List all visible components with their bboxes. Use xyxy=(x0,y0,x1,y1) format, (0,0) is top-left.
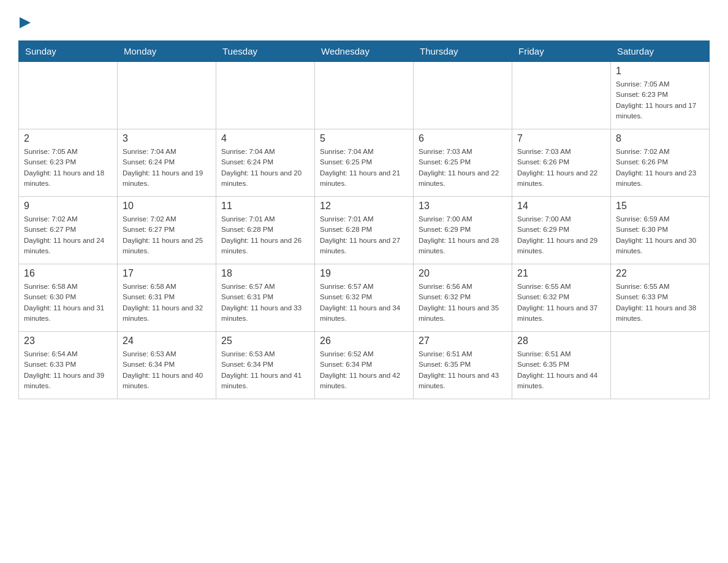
calendar-cell xyxy=(315,62,414,129)
day-number: 18 xyxy=(221,268,309,279)
day-info: Sunrise: 7:03 AMSunset: 6:25 PMDaylight:… xyxy=(419,147,507,189)
day-number: 4 xyxy=(221,133,309,144)
calendar-cell xyxy=(216,62,315,129)
calendar-cell: 11Sunrise: 7:01 AMSunset: 6:28 PMDayligh… xyxy=(216,197,315,264)
day-info: Sunrise: 6:52 AMSunset: 6:34 PMDaylight:… xyxy=(320,349,408,391)
day-info: Sunrise: 7:01 AMSunset: 6:28 PMDaylight:… xyxy=(221,214,309,256)
calendar-cell: 17Sunrise: 6:58 AMSunset: 6:31 PMDayligh… xyxy=(118,264,216,332)
day-number: 21 xyxy=(517,268,605,279)
col-header-thursday: Thursday xyxy=(414,41,512,62)
calendar-cell: 4Sunrise: 7:04 AMSunset: 6:24 PMDaylight… xyxy=(216,129,315,197)
day-info: Sunrise: 7:00 AMSunset: 6:29 PMDaylight:… xyxy=(419,214,507,256)
calendar-cell: 21Sunrise: 6:55 AMSunset: 6:32 PMDayligh… xyxy=(512,264,611,332)
day-number: 25 xyxy=(221,335,309,347)
calendar-header-row: SundayMondayTuesdayWednesdayThursdayFrid… xyxy=(19,41,710,62)
calendar-cell: 22Sunrise: 6:55 AMSunset: 6:33 PMDayligh… xyxy=(611,264,710,332)
calendar-cell xyxy=(512,62,611,129)
day-info: Sunrise: 7:03 AMSunset: 6:26 PMDaylight:… xyxy=(517,147,605,189)
day-number: 14 xyxy=(517,201,605,212)
calendar-week-row: 1Sunrise: 7:05 AMSunset: 6:23 PMDaylight… xyxy=(19,62,710,129)
calendar-week-row: 23Sunrise: 6:54 AMSunset: 6:33 PMDayligh… xyxy=(19,332,710,399)
day-info: Sunrise: 7:02 AMSunset: 6:26 PMDaylight:… xyxy=(616,147,704,189)
calendar-cell: 9Sunrise: 7:02 AMSunset: 6:27 PMDaylight… xyxy=(19,197,118,264)
day-number: 6 xyxy=(419,133,507,144)
day-info: Sunrise: 6:58 AMSunset: 6:31 PMDaylight:… xyxy=(123,282,211,324)
day-number: 15 xyxy=(616,201,704,212)
day-info: Sunrise: 7:02 AMSunset: 6:27 PMDaylight:… xyxy=(123,214,211,256)
calendar-cell: 5Sunrise: 7:04 AMSunset: 6:25 PMDaylight… xyxy=(315,129,414,197)
day-info: Sunrise: 7:04 AMSunset: 6:25 PMDaylight:… xyxy=(320,147,408,189)
col-header-saturday: Saturday xyxy=(611,41,710,62)
day-number: 9 xyxy=(24,201,112,212)
day-number: 20 xyxy=(419,268,507,279)
calendar-cell xyxy=(611,332,710,399)
calendar-week-row: 16Sunrise: 6:58 AMSunset: 6:30 PMDayligh… xyxy=(19,264,710,332)
calendar-cell: 26Sunrise: 6:52 AMSunset: 6:34 PMDayligh… xyxy=(315,332,414,399)
calendar-cell: 14Sunrise: 7:00 AMSunset: 6:29 PMDayligh… xyxy=(512,197,611,264)
calendar-cell: 20Sunrise: 6:56 AMSunset: 6:32 PMDayligh… xyxy=(414,264,512,332)
day-info: Sunrise: 7:04 AMSunset: 6:24 PMDaylight:… xyxy=(123,147,211,189)
day-number: 12 xyxy=(320,201,408,212)
day-number: 2 xyxy=(24,133,112,144)
svg-marker-0 xyxy=(20,17,31,28)
day-info: Sunrise: 6:53 AMSunset: 6:34 PMDaylight:… xyxy=(123,349,211,391)
day-number: 27 xyxy=(419,335,507,347)
day-info: Sunrise: 6:57 AMSunset: 6:32 PMDaylight:… xyxy=(320,282,408,324)
calendar-cell: 10Sunrise: 7:02 AMSunset: 6:27 PMDayligh… xyxy=(118,197,216,264)
calendar-cell: 18Sunrise: 6:57 AMSunset: 6:31 PMDayligh… xyxy=(216,264,315,332)
calendar-cell: 23Sunrise: 6:54 AMSunset: 6:33 PMDayligh… xyxy=(19,332,118,399)
day-info: Sunrise: 7:01 AMSunset: 6:28 PMDaylight:… xyxy=(320,214,408,256)
col-header-friday: Friday xyxy=(512,41,611,62)
calendar-week-row: 2Sunrise: 7:05 AMSunset: 6:23 PMDaylight… xyxy=(19,129,710,197)
day-number: 23 xyxy=(24,335,112,347)
calendar-cell: 8Sunrise: 7:02 AMSunset: 6:26 PMDaylight… xyxy=(611,129,710,197)
day-number: 19 xyxy=(320,268,408,279)
day-number: 24 xyxy=(123,335,211,347)
day-number: 3 xyxy=(123,133,211,144)
day-number: 7 xyxy=(517,133,605,144)
calendar-cell: 2Sunrise: 7:05 AMSunset: 6:23 PMDaylight… xyxy=(19,129,118,197)
calendar-cell: 7Sunrise: 7:03 AMSunset: 6:26 PMDaylight… xyxy=(512,129,611,197)
col-header-monday: Monday xyxy=(118,41,216,62)
day-info: Sunrise: 6:55 AMSunset: 6:33 PMDaylight:… xyxy=(616,282,704,324)
day-info: Sunrise: 6:58 AMSunset: 6:30 PMDaylight:… xyxy=(24,282,112,324)
col-header-sunday: Sunday xyxy=(19,41,118,62)
day-info: Sunrise: 6:59 AMSunset: 6:30 PMDaylight:… xyxy=(616,214,704,256)
day-info: Sunrise: 7:00 AMSunset: 6:29 PMDaylight:… xyxy=(517,214,605,256)
calendar-cell: 1Sunrise: 7:05 AMSunset: 6:23 PMDaylight… xyxy=(611,62,710,129)
calendar-table: SundayMondayTuesdayWednesdayThursdayFrid… xyxy=(18,40,710,399)
day-info: Sunrise: 7:02 AMSunset: 6:27 PMDaylight:… xyxy=(24,214,112,256)
calendar-cell: 19Sunrise: 6:57 AMSunset: 6:32 PMDayligh… xyxy=(315,264,414,332)
day-number: 10 xyxy=(123,201,211,212)
logo xyxy=(18,12,33,28)
day-number: 11 xyxy=(221,201,309,212)
calendar-week-row: 9Sunrise: 7:02 AMSunset: 6:27 PMDaylight… xyxy=(19,197,710,264)
day-number: 13 xyxy=(419,201,507,212)
day-info: Sunrise: 6:57 AMSunset: 6:31 PMDaylight:… xyxy=(221,282,309,324)
day-info: Sunrise: 6:54 AMSunset: 6:33 PMDaylight:… xyxy=(24,349,112,391)
day-info: Sunrise: 7:04 AMSunset: 6:24 PMDaylight:… xyxy=(221,147,309,189)
col-header-wednesday: Wednesday xyxy=(315,41,414,62)
col-header-tuesday: Tuesday xyxy=(216,41,315,62)
day-info: Sunrise: 6:55 AMSunset: 6:32 PMDaylight:… xyxy=(517,282,605,324)
day-info: Sunrise: 6:56 AMSunset: 6:32 PMDaylight:… xyxy=(419,282,507,324)
logo-triangle-icon xyxy=(20,17,33,31)
day-info: Sunrise: 7:05 AMSunset: 6:23 PMDaylight:… xyxy=(616,79,704,121)
calendar-cell xyxy=(118,62,216,129)
day-info: Sunrise: 6:51 AMSunset: 6:35 PMDaylight:… xyxy=(517,349,605,391)
day-number: 17 xyxy=(123,268,211,279)
day-number: 8 xyxy=(616,133,704,144)
calendar-cell xyxy=(19,62,118,129)
calendar-cell: 25Sunrise: 6:53 AMSunset: 6:34 PMDayligh… xyxy=(216,332,315,399)
day-info: Sunrise: 6:53 AMSunset: 6:34 PMDaylight:… xyxy=(221,349,309,391)
day-number: 1 xyxy=(616,66,704,77)
calendar-cell: 15Sunrise: 6:59 AMSunset: 6:30 PMDayligh… xyxy=(611,197,710,264)
day-number: 26 xyxy=(320,335,408,347)
calendar-cell: 12Sunrise: 7:01 AMSunset: 6:28 PMDayligh… xyxy=(315,197,414,264)
day-number: 5 xyxy=(320,133,408,144)
calendar-cell: 13Sunrise: 7:00 AMSunset: 6:29 PMDayligh… xyxy=(414,197,512,264)
day-info: Sunrise: 6:51 AMSunset: 6:35 PMDaylight:… xyxy=(419,349,507,391)
calendar-cell: 27Sunrise: 6:51 AMSunset: 6:35 PMDayligh… xyxy=(414,332,512,399)
calendar-cell xyxy=(414,62,512,129)
calendar-cell: 3Sunrise: 7:04 AMSunset: 6:24 PMDaylight… xyxy=(118,129,216,197)
